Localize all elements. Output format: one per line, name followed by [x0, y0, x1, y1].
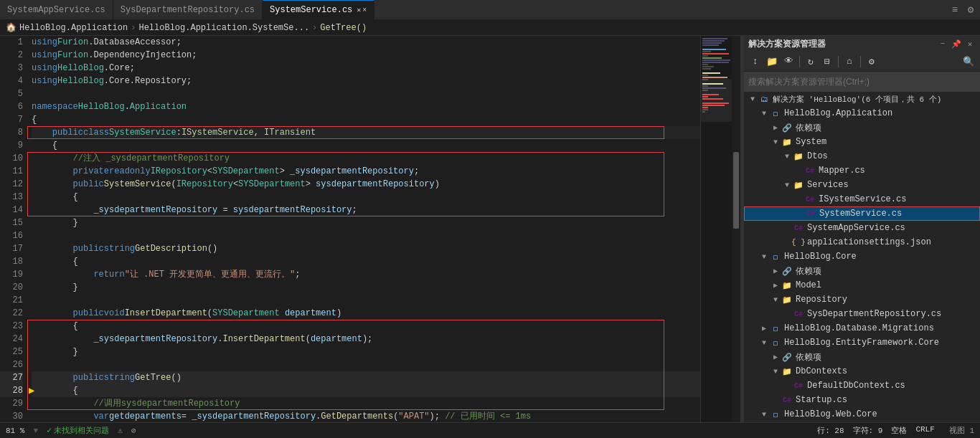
tree-item-sysdeptrepo[interactable]: C# SysDepartmentRepository.cs: [744, 307, 980, 321]
settings-icon[interactable]: ⚙: [964, 4, 977, 16]
code-line-17: public string GetDescription(): [32, 242, 700, 255]
tree-item-dep1[interactable]: ▶ 🔗 依赖项: [744, 120, 980, 135]
tree-item-services[interactable]: ▼ 📁 Services: [744, 178, 980, 192]
settings-icon[interactable]: ⚙: [864, 54, 879, 69]
expand-arrow[interactable]: ▼: [781, 151, 793, 162]
code-line-14: _sysdepartmentRepository = sysdepartment…: [32, 204, 700, 216]
tree-item-migrations[interactable]: ▶ ◻ HelloBlog.Database.Migrations: [744, 321, 980, 335]
expand-arrow[interactable]: ▼: [758, 409, 770, 420]
expand-arrow[interactable]: ▶: [770, 265, 781, 277]
search-input[interactable]: [748, 77, 976, 87]
expand-arrow[interactable]: ▶: [770, 280, 781, 291]
tree-item-dep2[interactable]: ▶ 🔗 依赖项: [744, 264, 980, 278]
dropdown-icon[interactable]: ≡: [948, 4, 961, 16]
expand-arrow[interactable]: ▶: [770, 351, 781, 363]
tree-item-repository[interactable]: ▼ 📁 Repository: [744, 292, 980, 307]
code-area[interactable]: 1234 5678 9101112 13141516 17181920 2122…: [0, 36, 740, 422]
no-arrow: [781, 308, 793, 320]
code-line-30: var getdepartments = _sysdepartmentRepos…: [32, 410, 700, 422]
tab-sysdeptrepo[interactable]: SysDepartmentRepository.cs: [113, 0, 263, 19]
expand-arrow[interactable]: ▼: [758, 108, 770, 119]
project-icon: ◻: [770, 251, 781, 262]
show-all-icon[interactable]: 👁: [781, 54, 796, 69]
expand-arrow[interactable]: ▼: [770, 136, 781, 148]
expand-arrow[interactable]: ▼: [747, 93, 758, 105]
code-line-23: {: [32, 320, 700, 333]
tree-item-dtos[interactable]: ▼ 📁 Dtos: [744, 149, 980, 163]
project-icon: ◻: [770, 323, 781, 334]
encoding[interactable]: 空格: [891, 425, 907, 436]
breadcrumb-home-icon: 🏠: [6, 22, 17, 33]
collapse-icon[interactable]: −: [937, 38, 948, 49]
line-ending[interactable]: CRLF: [915, 425, 934, 436]
tree-item-dbcontexts[interactable]: ▼ 📁 DbContexts: [744, 364, 980, 379]
zoom-level[interactable]: 81 %: [6, 427, 24, 435]
folder-icon: 📁: [781, 294, 793, 305]
expand-arrow[interactable]: ▼: [781, 179, 793, 191]
minimap-highlight: [701, 79, 732, 122]
breadcrumb-method[interactable]: GetTree(): [320, 23, 367, 33]
folder-icon[interactable]: 📁: [765, 54, 779, 69]
scrollbar-thumb[interactable]: [733, 152, 739, 229]
app-container: SystemAppService.cs SysDepartmentReposit…: [0, 0, 980, 438]
expand-arrow[interactable]: ▶: [770, 122, 781, 133]
tree-item-model[interactable]: ▶ 📁 Model: [744, 278, 980, 292]
tab-systemappservice[interactable]: SystemAppService.cs: [0, 0, 113, 19]
code-line-13: {: [32, 191, 700, 204]
cs-icon: C#: [804, 194, 816, 205]
status-indicator: ✓ 未找到相关问题: [47, 425, 109, 436]
toolbar-sep3: [860, 56, 861, 67]
code-line-1: using Furion.DatabaseAccessor;: [32, 36, 700, 49]
home-icon[interactable]: ⌂: [842, 54, 857, 69]
tree-item-solution[interactable]: ▼ 🗂 解决方案 'HelloBlog'(6 个项目，共 6 个): [744, 92, 980, 106]
tab-close-icon[interactable]: ✕: [357, 6, 361, 14]
line-numbers: 1234 5678 9101112 13141516 17181920 2122…: [0, 36, 27, 422]
tab-systemservice[interactable]: SystemService.cs ✕ ×: [263, 0, 374, 19]
minimap[interactable]: [700, 36, 732, 422]
project-icon: ◻: [770, 409, 781, 420]
search-panel-icon[interactable]: 🔍: [961, 54, 976, 69]
solution-header-controls: − 📌 ✕: [937, 38, 976, 49]
folder-icon: 📁: [793, 151, 804, 162]
folder-label: Model: [796, 280, 821, 290]
tree-area[interactable]: ▼ 🗂 解决方案 'HelloBlog'(6 个项目，共 6 个) ▼ ◻ He…: [744, 92, 980, 422]
tree-item-defaultdbcontext[interactable]: C# DefaultDbContext.cs: [744, 379, 980, 393]
expand-arrow[interactable]: ▼: [770, 294, 781, 305]
collapse-all-icon[interactable]: ⊟: [820, 54, 834, 69]
scrollbar[interactable]: [732, 36, 740, 422]
pin-icon[interactable]: 📌: [951, 38, 962, 49]
expand-arrow[interactable]: ▼: [758, 251, 770, 262]
no-arrow: [793, 194, 804, 205]
expand-arrow[interactable]: ▶: [758, 323, 770, 334]
tree-item-webcore[interactable]: ▼ ◻ HelloBlog.Web.Core: [744, 407, 980, 422]
tree-item-core[interactable]: ▼ ◻ HelloBlog.Core: [744, 249, 980, 264]
tree-item-mapper[interactable]: C# Mapper.cs: [744, 163, 980, 178]
tree-item-system[interactable]: ▼ 📁 System: [744, 135, 980, 149]
sync-icon[interactable]: ↕: [748, 54, 763, 69]
breadcrumb-project[interactable]: HelloBlog.Application: [19, 23, 128, 33]
tree-item-application[interactable]: ▼ ◻ HelloBlog.Application: [744, 106, 980, 120]
code-line-20: }: [32, 281, 700, 294]
char-position[interactable]: 字符: 9: [853, 425, 883, 436]
tab-actions: ≡ ⚙: [946, 4, 980, 16]
tab-bar: SystemAppService.cs SysDepartmentReposit…: [0, 0, 980, 20]
close-panel-icon[interactable]: ✕: [964, 38, 976, 49]
tab-pin-icon[interactable]: ×: [362, 6, 367, 14]
dep-label: 依赖项: [796, 122, 821, 134]
tree-item-efcore[interactable]: ▼ ◻ HelloBlog.EntityFramework.Core: [744, 335, 980, 350]
tree-item-dep3[interactable]: ▶ 🔗 依赖项: [744, 350, 980, 364]
tree-item-isystemservice[interactable]: C# ISystemService.cs: [744, 192, 980, 206]
breadcrumb-file[interactable]: HelloBlog.Application.SystemSe...: [138, 23, 309, 33]
code-content[interactable]: ▶ using Furion.DatabaseAccessor; using F…: [27, 36, 700, 422]
tree-item-systemappservice[interactable]: C# SystemAppService.cs: [744, 221, 980, 235]
code-line-15: }: [32, 216, 700, 229]
refresh-icon[interactable]: ↻: [804, 54, 818, 69]
tree-item-appsettings[interactable]: { } applicationsettings.json: [744, 235, 980, 249]
debug-arrow-icon: ▶: [29, 384, 34, 397]
expand-arrow[interactable]: ▼: [770, 366, 781, 377]
file-label: SystemService.cs: [819, 209, 902, 219]
tree-item-startup-ef[interactable]: C# Startup.cs: [744, 393, 980, 407]
tree-item-systemservice[interactable]: C# SystemService.cs: [744, 206, 980, 221]
row-position[interactable]: 行: 28: [817, 425, 844, 436]
expand-arrow[interactable]: ▼: [758, 337, 770, 348]
